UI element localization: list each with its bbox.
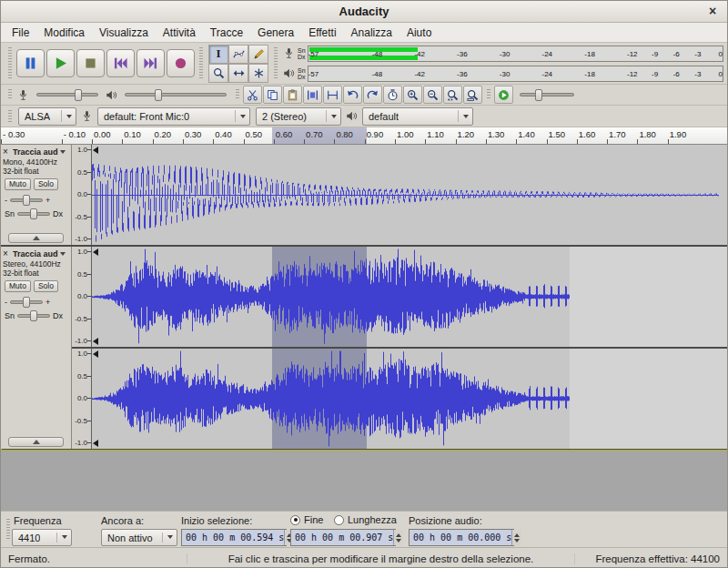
- meter-bar-area[interactable]: -57-48-42-36-30-24-18-12-9-6-30: [308, 46, 723, 62]
- menu-item-genera[interactable]: Genera: [250, 24, 301, 42]
- envelope-tool-button[interactable]: [228, 45, 248, 64]
- timer-record-button[interactable]: [383, 86, 402, 104]
- output-volume-thumb[interactable]: [155, 89, 162, 101]
- vertical-scale-ruler[interactable]: 1.00.50.0-0.5-1.0: [72, 349, 92, 449]
- vertical-scale-ruler[interactable]: 1.00.50.0-0.5-1.0: [72, 145, 92, 245]
- menu-item-aiuto[interactable]: Aiuto: [399, 24, 439, 42]
- gain-slider-thumb[interactable]: [23, 195, 30, 206]
- input-device-combo[interactable]: default: Front Mic:0: [97, 107, 250, 126]
- solo-button[interactable]: Solo: [34, 178, 58, 190]
- host-combo[interactable]: ALSA: [18, 107, 76, 126]
- timeline-ruler[interactable]: - 0.30- 0.100.000.100.200.300.400.500.60…: [1, 127, 727, 145]
- waveform-canvas[interactable]: [92, 349, 727, 449]
- input-volume-thumb[interactable]: [75, 89, 82, 101]
- radio-length[interactable]: Lunghezza: [334, 514, 397, 525]
- multi-tool-button[interactable]: [248, 64, 268, 83]
- play-at-speed-button[interactable]: [494, 86, 513, 104]
- snap-combo[interactable]: Non attivo: [101, 529, 177, 546]
- cut-button[interactable]: [243, 86, 262, 104]
- amp-scale-label: 0.0: [77, 292, 87, 300]
- menu-item-effetti[interactable]: Effetti: [301, 24, 343, 42]
- skip-start-button[interactable]: [106, 49, 135, 77]
- snap-label: Ancora a:: [101, 515, 144, 526]
- track-title[interactable]: Traccia audi: [13, 147, 58, 157]
- output-volume-slider[interactable]: [125, 93, 227, 96]
- menu-item-modifica[interactable]: Modifica: [36, 24, 92, 42]
- freq-combo[interactable]: 4410: [12, 529, 72, 546]
- toolbar-grip[interactable]: [487, 89, 490, 100]
- track-close-button[interactable]: ×: [3, 249, 11, 259]
- gain-slider[interactable]: [10, 300, 43, 304]
- toolbar-grip[interactable]: [8, 110, 12, 122]
- input-volume-slider[interactable]: [36, 93, 98, 96]
- output-device-combo[interactable]: default: [362, 107, 473, 126]
- toolbar-grip[interactable]: [6, 519, 10, 540]
- collapse-button[interactable]: [8, 233, 64, 243]
- toolbar-grip[interactable]: [199, 47, 203, 79]
- spin-down-icon: [396, 539, 401, 543]
- gain-max-label: +: [46, 298, 50, 307]
- track-close-button[interactable]: ×: [3, 147, 11, 157]
- track-menu-button[interactable]: [60, 150, 66, 154]
- gain-slider-thumb[interactable]: [23, 297, 30, 308]
- zoom-project-icon: [467, 89, 479, 101]
- collapse-button[interactable]: [8, 437, 64, 447]
- menu-item-visualizza[interactable]: Visualizza: [92, 24, 156, 42]
- solo-button[interactable]: Solo: [34, 280, 58, 292]
- meter-scale-label: -42: [414, 49, 425, 57]
- skip-end-button[interactable]: [136, 49, 165, 77]
- pan-slider[interactable]: [17, 314, 50, 318]
- zoom-project-button[interactable]: [463, 86, 482, 104]
- spinner[interactable]: [393, 530, 403, 545]
- input-channels-combo[interactable]: 2 (Stereo): [256, 107, 341, 126]
- mute-button[interactable]: Muto: [5, 280, 31, 292]
- zoom-selection-button[interactable]: [443, 86, 462, 104]
- recording-meter[interactable]: SnDx-57-48-42-36-30-24-18-12-9-6-30: [283, 45, 723, 63]
- toolbar-grip[interactable]: [274, 47, 278, 79]
- undo-button[interactable]: [343, 86, 362, 104]
- zoom-in-button[interactable]: [403, 86, 422, 104]
- track-title[interactable]: Traccia audi: [13, 249, 58, 259]
- zoom-tool-button[interactable]: [208, 64, 228, 83]
- selection-tool-button[interactable]: I: [208, 45, 228, 64]
- zoom-out-button[interactable]: [423, 86, 442, 104]
- toolbar-grip[interactable]: [236, 89, 239, 100]
- pan-slider-thumb[interactable]: [30, 208, 37, 219]
- menu-item-tracce[interactable]: Tracce: [203, 24, 250, 42]
- mute-button[interactable]: Muto: [5, 178, 31, 190]
- playback-meter[interactable]: SnDx-57-48-42-36-30-24-18-12-9-6-30: [283, 65, 723, 83]
- pan-slider-thumb[interactable]: [30, 310, 37, 321]
- play-button[interactable]: [46, 49, 75, 77]
- draw-tool-button[interactable]: [248, 45, 268, 64]
- menu-item-analizza[interactable]: Analizza: [344, 24, 399, 42]
- waveform-canvas[interactable]: [92, 145, 727, 245]
- waveform-canvas[interactable]: [92, 247, 727, 347]
- radio-end[interactable]: Fine: [290, 514, 323, 525]
- silence-button[interactable]: [323, 86, 342, 104]
- stop-button[interactable]: [76, 49, 105, 77]
- toolbar-grip[interactable]: [8, 89, 12, 100]
- redo-button[interactable]: [363, 86, 382, 104]
- pan-slider[interactable]: [17, 212, 50, 216]
- meter-bar-area[interactable]: -57-48-42-36-30-24-18-12-9-6-30: [308, 66, 723, 82]
- toolbar-grip[interactable]: [8, 47, 12, 79]
- trim-button[interactable]: [303, 86, 322, 104]
- spinner[interactable]: [511, 530, 521, 545]
- amp-scale-label: 0.0: [77, 394, 87, 402]
- audio-position-field[interactable]: 00 h 00 m 00.000 s: [409, 529, 514, 546]
- timeshift-tool-button[interactable]: [228, 64, 248, 83]
- menu-item-attivit[interactable]: Attività: [156, 24, 203, 42]
- menu-item-file[interactable]: File: [5, 24, 36, 42]
- gain-slider[interactable]: [10, 198, 43, 202]
- track-menu-button[interactable]: [60, 252, 66, 256]
- close-window-button[interactable]: ×: [705, 5, 720, 19]
- selection-end-field[interactable]: 00 h 00 m 00.907 s: [290, 529, 396, 546]
- record-button[interactable]: [167, 49, 195, 77]
- playback-speed-thumb[interactable]: [535, 89, 542, 101]
- selection-start-field[interactable]: 00 h 00 m 00.594 s: [181, 529, 287, 546]
- playback-speed-slider[interactable]: [520, 93, 574, 96]
- copy-button[interactable]: [263, 86, 282, 104]
- vertical-scale-ruler[interactable]: 1.00.50.0-0.5-1.0: [72, 247, 92, 347]
- pause-button[interactable]: [16, 49, 45, 77]
- paste-button[interactable]: [283, 86, 302, 104]
